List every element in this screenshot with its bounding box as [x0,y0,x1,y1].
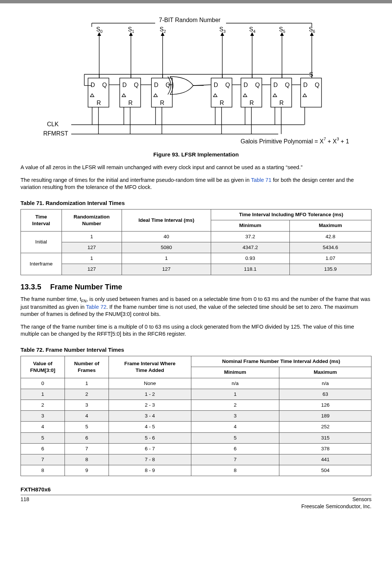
svg-text:Q: Q [255,82,260,88]
paragraph-range-times: The resulting range of times for the ini… [21,177,371,191]
table-71: TimeInterval RandomizationNumber Ideal T… [21,209,371,275]
svg-text:Q: Q [285,82,289,88]
footer-product: FXTH870x6 [0,486,392,493]
section-title: Frame Number Time [50,283,122,291]
t71-h-max: Maximum [289,220,371,231]
paragraph-seed: A value of all zeros in the LFSR will re… [21,164,371,171]
t71-h-ideal: Ideal Time Interval (ms) [122,209,211,231]
table-row: 898 - 98504 [21,465,371,476]
table-row: 565 - 65315 [21,432,371,443]
table-71-title: Table 71. Randomization Interval Times [21,199,371,207]
svg-text:D: D [122,82,127,88]
table-72-title: Table 72. Frame Number Interval Times [21,346,371,354]
svg-text:Q: Q [315,82,319,88]
figure-93: .lw { stroke:#000; stroke-width:1.4; fil… [21,13,371,158]
svg-text:D: D [214,82,218,88]
table-row: 127 127 118.1 135.9 [21,264,371,275]
paragraph-frame-range: The range of the frame number time is a … [21,323,371,338]
page-number: 118 [21,496,29,510]
footer-line1: Sensors [301,496,371,503]
svg-text:R: R [97,100,101,106]
table-row: 676 - 76378 [21,443,371,454]
figure-caption: Figure 93. LFSR Implementation [21,151,371,158]
svg-text:R: R [220,100,224,106]
lfsr-diagram-svg: .lw { stroke:#000; stroke-width:1.4; fil… [43,13,349,147]
footer-bottom: 118 Sensors Freescale Semiconductor, Inc… [0,495,392,514]
t72-h-nominal: Nominal Frame Number Time Interval Added… [191,356,371,367]
t71-h-tolerance: Time Interval Including MFO Tolerance (m… [211,209,371,220]
table-72: Value ofFNUM[3:0] Number ofFrames Frame … [21,356,371,476]
paragraph-frame-number: The frame number time, tFN, is only used… [21,296,371,318]
svg-text:Q: Q [225,82,230,88]
svg-text:D: D [273,82,278,88]
table-row: 01Nonen/an/a [21,378,371,389]
para2-text-a: The resulting range of times for the ini… [21,177,251,183]
svg-text:D: D [91,82,95,88]
header-bar [0,0,392,3]
t71-h-interval: TimeInterval [21,209,62,231]
svg-text:D: D [154,82,159,88]
svg-text:R: R [160,100,164,106]
table-row: Interframe 1 1 0.93 1.07 [21,253,371,264]
table-row: 343 - 43189 [21,411,371,422]
svg-text:D: D [244,82,248,88]
svg-text:Q: Q [102,82,107,88]
table-row: 232 - 32126 [21,400,371,410]
link-table-71[interactable]: Table 71 [251,177,272,183]
table-row: Initial 1 40 37.2 42.8 [21,231,371,242]
t72-h-interval: Frame Interval WhereTime Added [109,356,191,378]
t72-h-fnum: Value ofFNUM[3:0] [21,356,65,378]
galois-poly: Galois Primitive Polynomial = X7 + X3 + … [240,137,349,145]
svg-text:Q: Q [134,82,138,88]
bracket-label: 7-BIT Random Number [159,17,221,23]
section-number: 13.3.5 [21,283,41,291]
section-heading: 13.3.5Frame Number Time [21,282,371,292]
t72-h-frames: Number ofFrames [65,356,109,378]
t72-h-min: Minimum [191,367,279,378]
rfmrst-label: RFMRST [43,130,68,137]
footer-line2: Freescale Semiconductor, Inc. [301,503,371,510]
svg-text:R: R [250,100,254,106]
svg-text:R: R [128,100,133,106]
t72-h-max: Maximum [279,367,371,378]
table-row: 127 5080 4347.2 5434.6 [21,242,371,253]
t71-h-randnum: RandomizationNumber [62,209,122,231]
table-row: 121 - 2163 [21,389,371,400]
table-row: 787 - 87441 [21,454,371,465]
svg-text:R: R [279,100,284,106]
svg-text:D: D [303,82,308,88]
link-table-72[interactable]: Table 72 [86,304,106,310]
t71-h-min: Minimum [211,220,289,231]
clk-label: CLK [47,121,59,127]
table-row: 454 - 54252 [21,422,371,432]
